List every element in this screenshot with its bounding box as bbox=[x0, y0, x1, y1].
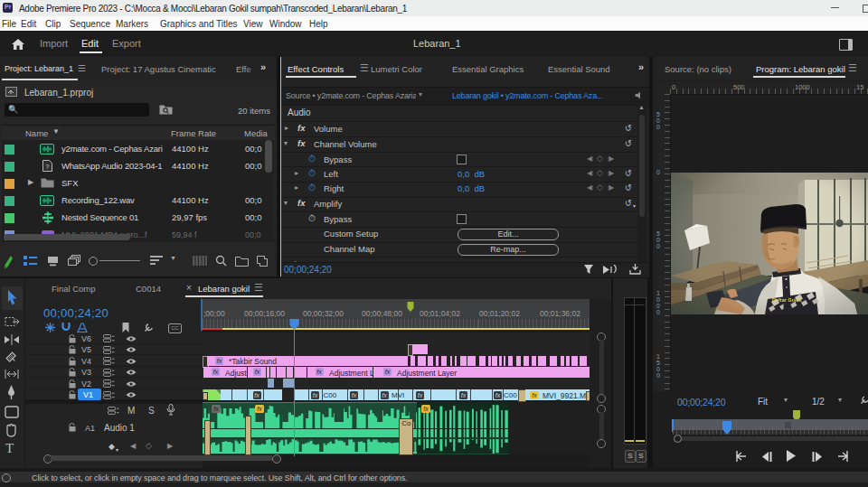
svg-text:?: ? bbox=[45, 163, 50, 171]
